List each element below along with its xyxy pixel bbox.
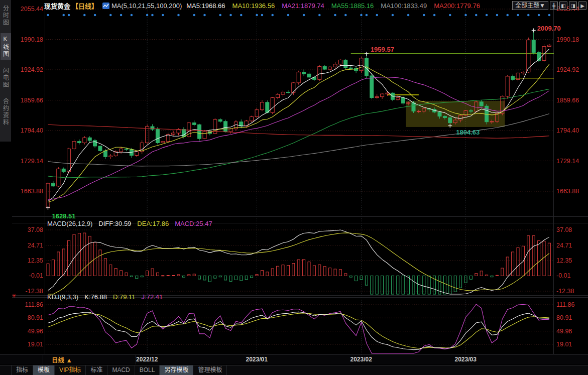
macd-hist-bar: [386, 276, 389, 294]
candle-body: [77, 142, 81, 143]
macd-hist-bar: [407, 276, 410, 294]
tab-指标[interactable]: 指标: [12, 365, 33, 375]
candle-body: [360, 58, 363, 71]
tab-标准[interactable]: 标准: [86, 365, 107, 375]
tab-BOLL[interactable]: BOLL: [135, 365, 160, 375]
candle-body: [156, 130, 159, 143]
event-dot: [193, 14, 195, 17]
price-axis-label: 1990.18: [556, 36, 579, 43]
macd-hist-bar: [172, 275, 175, 276]
macd-hist-bar: [203, 276, 206, 280]
macd-hist-bar: [78, 233, 80, 276]
event-dot: [449, 14, 451, 17]
macd-hist-bar: [198, 276, 201, 279]
event-dot: [162, 14, 164, 17]
candle-body: [344, 60, 347, 68]
candle-body: [146, 127, 149, 143]
candle-body: [198, 124, 201, 139]
tab-VIP指标[interactable]: VIP指标: [55, 365, 86, 375]
candle-body: [51, 183, 55, 186]
macd-hist-bar: [83, 233, 86, 276]
ma-chart-icon: [102, 3, 109, 9]
macd-hist-bar: [459, 276, 462, 288]
candle-body: [323, 66, 326, 69]
macd-axis-label: 37.08: [556, 226, 572, 233]
ma-values: MA5:1968.66MA10:1936.56MA21:1879.74MA55:…: [186, 2, 480, 10]
scroll-right-tool-icon[interactable]: ▶: [578, 2, 586, 10]
event-dot: [256, 14, 258, 17]
sidebar-item-2[interactable]: 闪电图: [1, 65, 11, 91]
macd-hist-bar: [329, 268, 331, 276]
event-dot: [433, 14, 436, 17]
tab-模板[interactable]: 模板: [33, 365, 55, 375]
macd-hist-bar: [496, 275, 498, 276]
candle-body: [333, 64, 337, 67]
macd-hist-bar: [538, 240, 540, 276]
candle-body: [506, 76, 509, 96]
candle-body: [192, 123, 196, 125]
macd-hist-bar: [532, 236, 535, 276]
macd-diff-value: DIFF:30.59: [98, 220, 131, 227]
macd-hist-bar: [104, 259, 106, 276]
candle-body: [349, 68, 352, 68]
pane-right-tool-icon[interactable]: ◨: [569, 2, 577, 10]
macd-hist-bar: [282, 265, 284, 276]
sidebar-item-0[interactable]: 分时图: [1, 3, 11, 29]
candle-body: [72, 142, 76, 149]
event-dot: [229, 14, 232, 17]
kdj-header: KDJ(9,3,3) K:76.88 D:79.11 J:72.41: [47, 293, 163, 301]
macd-hist-bar: [151, 269, 154, 276]
event-dot: [120, 14, 123, 17]
macd-hist-bar: [287, 265, 289, 276]
macd-hist-bar: [548, 243, 550, 276]
event-dot: [109, 14, 112, 17]
kdj-axis-label: 111.86: [556, 301, 574, 308]
candle-body: [151, 127, 154, 130]
candle-body: [547, 45, 551, 47]
macd-hist-bar: [428, 276, 430, 294]
price-axis-label: 1794.40: [556, 127, 579, 134]
event-dot: [548, 14, 551, 17]
price-axis-label: 1794.40: [21, 127, 43, 134]
event-dot: [240, 14, 243, 17]
kdj-settings-icon[interactable]: ☀: [12, 293, 17, 299]
macd-header: MACD(26,12,9) DIFF:30.59 DEA:17.86 MACD:…: [47, 220, 212, 227]
sidebar-item-1[interactable]: K线图: [1, 33, 11, 60]
kdj-axis-label: 111.86: [25, 301, 43, 308]
macd-hist-bar: [491, 276, 493, 277]
macd-hist-bar: [162, 276, 164, 276]
event-dot: [344, 14, 347, 17]
theme-select-button[interactable]: 全部主题▼: [512, 1, 548, 10]
trading-app-window: 2055.442055.441990.181990.181924.921924.…: [0, 0, 588, 375]
event-dot: [517, 14, 519, 17]
chart-canvas[interactable]: 2055.442055.441990.181990.181924.921924.…: [0, 0, 588, 375]
macd-hist-bar: [412, 276, 415, 294]
macd-hist-bar: [371, 276, 373, 294]
crosshair-tool-icon[interactable]: ╋: [550, 2, 558, 10]
candle-body: [516, 73, 520, 79]
macd-hist-bar: [208, 276, 211, 282]
macd-hist-bar: [339, 270, 341, 276]
ma21-line: [48, 77, 549, 200]
macd-hist-bar: [193, 274, 195, 276]
macd-hist-bar: [397, 276, 399, 294]
tab-另存模板[interactable]: 另存模板: [160, 365, 193, 375]
macd-axis-label: -0.01: [29, 272, 44, 279]
macd-hist-bar: [141, 276, 143, 277]
event-dot: [47, 14, 49, 17]
sidebar-item-3[interactable]: 合约资料: [1, 95, 11, 129]
candle-body: [521, 72, 525, 73]
event-dot: [538, 14, 540, 17]
candle-body: [182, 130, 185, 137]
tab-MACD[interactable]: MACD: [107, 365, 135, 375]
candle-body: [443, 116, 446, 118]
macd-diff-line: [48, 230, 549, 294]
macd-hist-bar: [240, 276, 243, 281]
period-selector[interactable]: 日线 ▲: [43, 355, 136, 364]
macd-axis-label: -0.01: [556, 272, 571, 279]
pane-left-tool-icon[interactable]: ◧: [559, 2, 567, 10]
x-axis-label: 2022/12: [136, 356, 158, 363]
macd-hist-bar: [47, 264, 49, 276]
event-dot: [203, 14, 206, 17]
tab-管理模板[interactable]: 管理模板: [193, 365, 227, 375]
